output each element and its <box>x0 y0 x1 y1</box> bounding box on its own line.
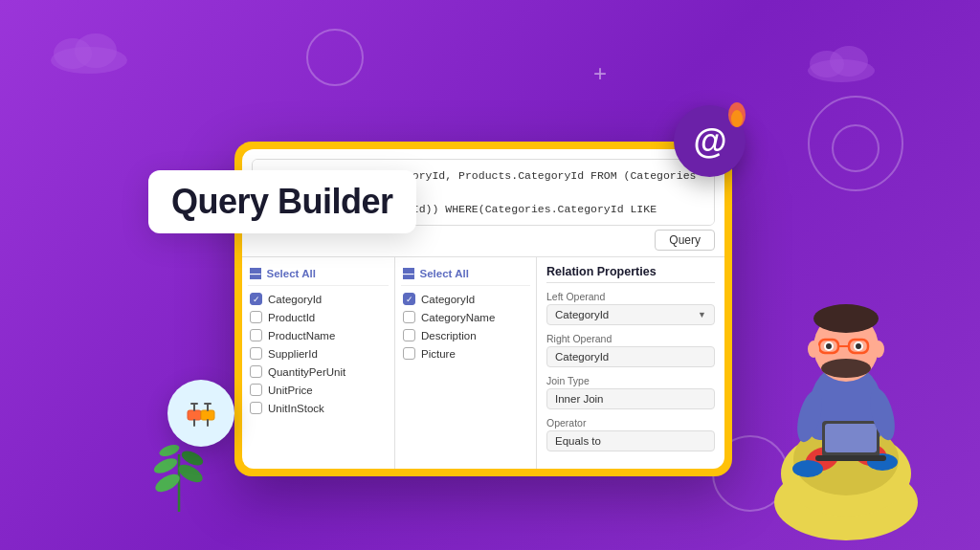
col2-checkbox-categoryname[interactable] <box>403 311 415 323</box>
col2-name-categoryname: CategoryName <box>421 312 495 323</box>
query-button[interactable]: Query <box>655 230 715 251</box>
svg-point-5 <box>830 46 868 77</box>
plugin-icon-circle <box>167 380 234 447</box>
table-row[interactable]: ProductName <box>248 326 389 344</box>
join-type-value-box: Inner Join <box>546 388 715 409</box>
character-3d <box>750 215 937 540</box>
table-row[interactable]: CategoryName <box>401 308 530 326</box>
relation-properties-title: Relation Properties <box>546 265 715 283</box>
table2-select-all-row[interactable]: — Select All <box>401 265 530 286</box>
table1-column-list: — Select All ✓ CategoryId ProductId Prod… <box>242 257 395 469</box>
query-btn-row: Query <box>242 230 724 256</box>
table2-select-all-checkbox[interactable]: — <box>403 268 414 279</box>
col-checkbox-categoryid[interactable]: ✓ <box>250 293 262 305</box>
col-name-productid: ProductId <box>268 312 315 323</box>
at-icon-circle: @ <box>674 105 746 177</box>
svg-point-39 <box>821 359 871 378</box>
table2-column-list: — Select All ✓ CategoryId CategoryName D… <box>395 257 537 469</box>
col-name-categoryid: CategoryId <box>268 294 322 305</box>
svg-point-48 <box>873 341 884 358</box>
query-builder-title: Query Builder <box>171 182 393 222</box>
right-operand-value-box: CategoryId <box>546 346 715 367</box>
col-name-supplierid: SupplierId <box>268 348 318 360</box>
table-row[interactable]: UnitPrice <box>248 381 389 399</box>
col-name-qtyperunit: QuantityPerUnit <box>268 366 345 378</box>
col-checkbox-unitinstock[interactable] <box>250 402 262 414</box>
col2-name-categoryid: CategoryId <box>421 294 475 305</box>
table-row[interactable]: SupplierId <box>248 344 389 363</box>
col-checkbox-supplierid[interactable] <box>250 347 262 360</box>
table-row[interactable]: UnitInStock <box>248 399 389 417</box>
col-name-unitinstock: UnitInStock <box>268 403 324 414</box>
query-builder-label-box: Query Builder <box>148 170 416 233</box>
table1-columns-inner: — Select All ✓ CategoryId ProductId Prod… <box>242 257 394 469</box>
operator-value: Equals to <box>555 435 706 447</box>
flame-icon <box>726 101 747 128</box>
svg-point-47 <box>808 341 819 358</box>
left-operand-dropdown[interactable]: CategoryId ▼ <box>546 304 715 325</box>
plus-decoration: + <box>593 62 607 85</box>
cloud-left <box>46 27 132 75</box>
left-operand-field: Left Operand CategoryId ▼ <box>546 291 715 325</box>
table-row[interactable]: ProductId <box>248 308 389 326</box>
col2-name-picture: Picture <box>421 348 456 360</box>
join-type-label: Join Type <box>546 375 715 386</box>
operator-label: Operator <box>546 417 715 429</box>
right-operand-label: Right Operand <box>546 333 715 344</box>
col2-checkbox-picture[interactable] <box>403 347 415 360</box>
table2-columns-inner: — Select All ✓ CategoryId CategoryName D… <box>395 257 536 469</box>
table-row[interactable]: ✓ CategoryId <box>401 290 530 308</box>
columns-area: — Select All ✓ CategoryId ProductId Prod… <box>242 256 724 469</box>
col-checkbox-unitprice[interactable] <box>250 384 262 396</box>
col-checkbox-productname[interactable] <box>250 329 262 341</box>
deco-circle-1 <box>306 29 364 86</box>
svg-point-2 <box>75 33 117 68</box>
svg-rect-32 <box>825 424 877 452</box>
svg-point-46 <box>856 343 861 349</box>
svg-point-27 <box>792 460 823 477</box>
table1-select-all-checkbox[interactable]: — <box>250 268 261 279</box>
at-icon: @ <box>689 121 731 163</box>
chevron-down-icon: ▼ <box>698 310 706 319</box>
deco-circle-3 <box>832 124 880 172</box>
col2-checkbox-categoryid[interactable]: ✓ <box>403 293 415 305</box>
col-name-unitprice: UnitPrice <box>268 385 313 396</box>
right-operand-field: Right Operand CategoryId <box>546 333 715 367</box>
col-checkbox-qtyperunit[interactable] <box>250 365 262 378</box>
operator-field: Operator Equals to <box>546 417 715 451</box>
table-row[interactable]: Picture <box>401 344 530 363</box>
table1-select-all-row[interactable]: — Select All <box>248 265 389 286</box>
svg-rect-9 <box>188 410 201 420</box>
col-name-productname: ProductName <box>268 330 335 341</box>
join-type-field: Join Type Inner Join <box>546 375 715 409</box>
col-checkbox-productid[interactable] <box>250 311 262 323</box>
table1-select-all-label: Select All <box>267 268 316 279</box>
svg-rect-10 <box>201 410 214 420</box>
col2-checkbox-description[interactable] <box>403 329 415 341</box>
table-row[interactable]: QuantityPerUnit <box>248 363 389 381</box>
table2-select-all-label: Select All <box>420 268 469 279</box>
left-operand-label: Left Operand <box>546 291 715 302</box>
operator-value-box: Equals to <box>546 430 715 451</box>
plugin-icon <box>182 394 220 432</box>
svg-point-45 <box>826 343 832 349</box>
table-row[interactable]: Description <box>401 326 530 344</box>
left-operand-value: CategoryId <box>555 309 698 320</box>
svg-rect-33 <box>815 455 886 461</box>
right-operand-value: CategoryId <box>555 351 706 363</box>
svg-point-19 <box>152 455 180 476</box>
relation-properties-panel: Relation Properties Left Operand Categor… <box>537 257 724 469</box>
svg-text:@: @ <box>693 121 726 161</box>
cloud-right <box>803 40 880 83</box>
join-type-value: Inner Join <box>555 393 706 405</box>
svg-point-21 <box>158 443 181 459</box>
table-row[interactable]: ✓ CategoryId <box>248 290 389 308</box>
svg-point-38 <box>813 304 879 333</box>
svg-point-8 <box>731 110 743 127</box>
col2-name-description: Description <box>421 330 477 341</box>
